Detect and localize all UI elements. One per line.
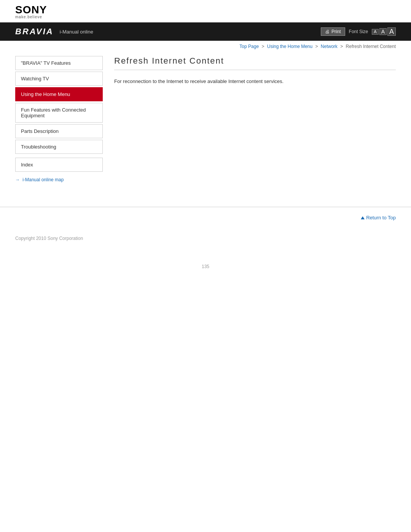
font-size-controls: A A A <box>372 27 396 36</box>
sony-tagline: make.believe <box>15 15 396 19</box>
print-icon: 🖨 <box>325 29 330 34</box>
sidebar-map-link: → i-Manual online map <box>15 176 103 184</box>
sidebar-item-index[interactable]: Index <box>15 158 103 172</box>
sidebar-item-using-home-menu[interactable]: Using the Home Menu <box>15 87 103 101</box>
sidebar-item-parts-description[interactable]: Parts Description <box>15 124 103 138</box>
breadcrumb-sep3: > <box>340 44 343 49</box>
nav-subtitle: i-Manual online <box>60 29 321 35</box>
breadcrumb-sep1: > <box>261 44 264 49</box>
sidebar-item-label: Watching TV <box>21 76 49 81</box>
sony-logo: SONY make.believe <box>15 5 396 19</box>
sidebar-item-troubleshooting[interactable]: Troubleshooting <box>15 140 103 154</box>
triangle-up-icon <box>361 216 365 219</box>
sidebar: "BRAVIA" TV Features Watching TV Using t… <box>15 56 103 184</box>
footer: Copyright 2010 Sony Corporation <box>0 228 411 249</box>
content-area: Refresh Internet Content For reconnectio… <box>114 52 396 184</box>
font-size-label: Font Size <box>349 29 368 34</box>
sidebar-item-label: Using the Home Menu <box>21 91 70 97</box>
return-to-top-link[interactable]: Return to Top <box>361 215 396 220</box>
breadcrumb: Top Page > Using the Home Menu > Network… <box>0 41 411 52</box>
sidebar-item-label: "BRAVIA" TV Features <box>21 60 71 66</box>
main-layout: "BRAVIA" TV Features Watching TV Using t… <box>0 52 411 184</box>
imanual-map-link[interactable]: i-Manual online map <box>22 177 64 182</box>
sidebar-item-fun-features[interactable]: Fun Features with Connected Equipment <box>15 103 103 123</box>
sidebar-item-label: Index <box>21 162 33 168</box>
top-bar: SONY make.believe <box>0 0 411 22</box>
print-label: Print <box>331 29 341 34</box>
bravia-logo: BRAVIA <box>15 27 54 37</box>
print-button[interactable]: 🖨 Print <box>321 27 345 36</box>
font-medium-button[interactable]: A <box>379 28 387 35</box>
breadcrumb-using-home-menu[interactable]: Using the Home Menu <box>267 44 312 49</box>
page-title: Refresh Internet Content <box>114 56 396 70</box>
breadcrumb-current: Refresh Internet Content <box>346 44 396 49</box>
sidebar-item-watching-tv[interactable]: Watching TV <box>15 72 103 86</box>
breadcrumb-network[interactable]: Network <box>321 44 338 49</box>
font-large-button[interactable]: A <box>387 27 396 36</box>
sidebar-item-label: Fun Features with Connected Equipment <box>21 107 86 118</box>
nav-bar: BRAVIA i-Manual online 🖨 Print Font Size… <box>0 22 411 41</box>
return-to-top-label: Return to Top <box>366 215 396 220</box>
breadcrumb-sep2: > <box>315 44 318 49</box>
sony-wordmark: SONY <box>15 5 396 15</box>
sidebar-item-bravia-features[interactable]: "BRAVIA" TV Features <box>15 56 103 70</box>
sidebar-item-label: Troubleshooting <box>21 144 56 150</box>
return-to-top-bar: Return to Top <box>0 207 411 228</box>
page-number: 135 <box>0 264 411 277</box>
breadcrumb-top-page[interactable]: Top Page <box>239 44 259 49</box>
arrow-icon: → <box>15 177 20 182</box>
sidebar-item-label: Parts Description <box>21 128 59 134</box>
font-small-button[interactable]: A <box>372 29 378 35</box>
content-body: For reconnection to the Internet to rece… <box>114 78 396 86</box>
copyright-text: Copyright 2010 Sony Corporation <box>15 236 83 241</box>
nav-controls: 🖨 Print Font Size A A A <box>321 27 396 36</box>
